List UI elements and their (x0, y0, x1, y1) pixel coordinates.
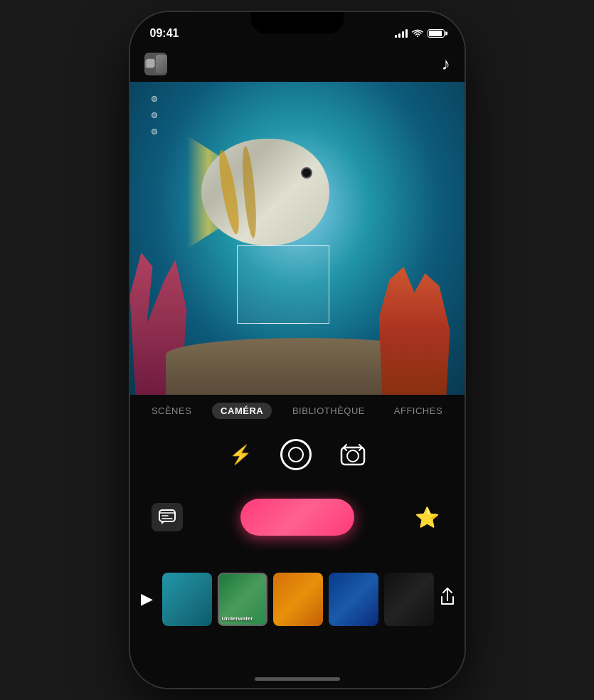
status-time: 09:41 (150, 27, 179, 40)
tab-library[interactable]: BIBLIOTHÈQUE (284, 403, 373, 419)
share-button[interactable] (440, 588, 455, 610)
signal-icon (395, 29, 408, 38)
coral-right (379, 267, 450, 395)
thumbnail-5[interactable] (384, 573, 434, 626)
svg-rect-1 (147, 59, 154, 67)
share-icon (440, 588, 455, 606)
thumbnail-2-label: Underwater (222, 615, 253, 622)
thumbnail-3[interactable] (273, 573, 323, 626)
chat-button[interactable] (152, 503, 183, 531)
battery-icon (428, 29, 445, 38)
phone-frame: 09:41 (130, 12, 465, 688)
thumbnail-4[interactable] (329, 573, 378, 626)
flash-icon: ⚡ (229, 444, 252, 466)
water-bubbles (152, 96, 157, 134)
video-background (130, 82, 465, 395)
chat-icon (159, 509, 176, 525)
play-button[interactable]: ▶ (141, 590, 153, 608)
record-icon (280, 439, 312, 470)
svg-point-3 (347, 450, 359, 462)
star-icon: ⭐ (415, 506, 440, 529)
flip-camera-button[interactable] (340, 443, 366, 466)
thumbnail-2[interactable]: Underwater (218, 573, 267, 626)
tab-camera[interactable]: CAMÉRA (212, 403, 272, 419)
home-indicator (255, 677, 340, 681)
status-icons (395, 29, 445, 38)
phone-screen: 09:41 (130, 12, 465, 688)
action-row: ⭐ (130, 489, 465, 546)
thumbnail-1[interactable] (162, 573, 212, 626)
music-button[interactable]: ♪ (442, 54, 450, 74)
flip-camera-icon (340, 443, 366, 466)
thumbnail-strip: ▶ Underwater (130, 567, 465, 631)
favorite-button[interactable]: ⭐ (412, 502, 443, 533)
notch (251, 12, 344, 33)
album-icon (144, 55, 156, 73)
tab-posters[interactable]: AFFICHES (386, 403, 451, 419)
album-button[interactable] (144, 53, 167, 75)
main-record-button[interactable] (240, 499, 354, 536)
fish-illustration (187, 124, 344, 260)
focus-rectangle (237, 245, 329, 324)
flash-button[interactable]: ⚡ (229, 444, 252, 466)
record-button[interactable] (280, 439, 312, 470)
tab-scenes[interactable]: SCÈNES (143, 403, 200, 419)
camera-controls: ⚡ (130, 433, 465, 476)
tab-bar: SCÈNES CAMÉRA BIBLIOTHÈQUE AFFICHES (130, 395, 465, 426)
top-toolbar: ♪ (130, 46, 465, 82)
wifi-icon (412, 29, 423, 38)
video-preview[interactable] (130, 82, 465, 395)
